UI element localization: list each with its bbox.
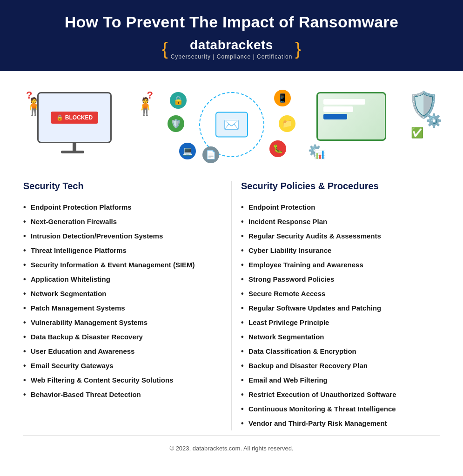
list-item: Secure Remote Access [241,286,440,301]
security-tech-title: Security Tech [23,181,222,192]
list-item: Data Classification & Encryption [241,344,440,358]
brand-tagline: Cybersecurity | Compliance | Certificati… [171,53,293,60]
header: How To Prevent The Impact of Ransomware … [0,0,463,71]
list-item: Cyber Liability Insurance [241,243,440,258]
gear1-icon: ⚙️ [426,113,442,128]
list-item: Patch Management Systems [23,301,222,315]
list-item: Email Security Gateways [23,358,222,373]
list-item: Regular Security Audits & Assessments [241,229,440,243]
security-tech-column: Security Tech Endpoint Protection Platfo… [23,181,231,430]
email-center-illustration: 🔒 📱 🛡️ 📁 💻 🐛 📄 ✉️ [165,85,298,164]
main-content: ? ? 🧍 🔒 BLOCKED 🧍 🔒 📱 🛡️ 📁 💻 🐛 📄 [0,71,463,470]
list-item: Least Privilege Principle [241,315,440,330]
brand-logo: { databrackets Cybersecurity | Complianc… [19,38,444,60]
list-item: Continuous Monitoring & Threat Intellige… [241,402,440,416]
security-tech-list: Endpoint Protection PlatformsNext-Genera… [23,200,222,402]
blocked-badge: 🔒 BLOCKED [51,112,98,124]
blocked-text: BLOCKED [65,114,93,121]
list-item: Vulnerability Management Systems [23,315,222,330]
footer: © 2023, databrackets.com. All rights res… [23,435,440,461]
list-item: Regular Software Updates and Patching [241,301,440,315]
brace-left-icon: { [162,39,168,59]
orbit-doc-icon: 📄 [202,146,219,163]
security-policies-list: Endpoint ProtectionIncident Response Pla… [241,200,440,430]
list-item: Intrusion Detection/Prevention Systems [23,229,222,243]
monitor2-illustration [316,92,386,141]
footer-text: © 2023, databrackets.com. All rights res… [169,445,293,452]
list-item: Next-Generation Firewalls [23,214,222,229]
list-item: Application Whitelisting [23,272,222,286]
orbit-folder-icon: 📁 [279,115,295,132]
list-item: Behavior-Based Threat Detection [23,387,222,402]
orbit-lock-icon: 🔒 [170,92,187,109]
list-item: Network Segmentation [23,286,222,301]
list-item: Vendor and Third-Party Risk Management [241,416,440,430]
list-item: Employee Training and Awareness [241,258,440,272]
list-item: Restrict Execution of Unauthorized Softw… [241,387,440,402]
lock-icon: 🔒 [56,114,63,121]
list-item: Backup and Disaster Recovery Plan [241,358,440,373]
brand-text: databrackets Cybersecurity | Compliance … [171,38,293,60]
orbit-phone-icon: 📱 [274,90,291,106]
list-item: Threat Intelligence Platforms [23,243,222,258]
email-center-icon: ✉️ [215,112,248,138]
monitor-stand [73,142,76,152]
monitor-base [61,151,84,153]
content-columns: Security Tech Endpoint Protection Platfo… [23,181,440,430]
list-item: Security Information & Event Management … [23,258,222,272]
security-policies-column: Security Policies & Procedures Endpoint … [231,181,440,430]
security-policies-title: Security Policies & Procedures [241,181,440,192]
list-item: User Education and Awareness [23,344,222,358]
list-item: Incident Response Plan [241,214,440,229]
chart-icon: 📊 [314,148,326,159]
list-item: Data Backup & Disaster Recovery [23,330,222,344]
list-item: Web Filtering & Content Security Solutio… [23,373,222,387]
illustrations-row: ? ? 🧍 🔒 BLOCKED 🧍 🔒 📱 🛡️ 📁 💻 🐛 📄 [23,85,440,164]
brace-right-icon: } [295,39,301,59]
monitor-illustration: 🔒 BLOCKED [37,92,112,143]
orbit-laptop-icon: 💻 [179,143,196,159]
page-title: How To Prevent The Impact of Ransomware [19,13,444,31]
orbit-bug-icon: 🐛 [269,140,286,157]
list-item: Endpoint Protection Platforms [23,200,222,214]
list-item: Strong Password Policies [241,272,440,286]
blocked-screen-illustration: ? ? 🧍 🔒 BLOCKED 🧍 [23,87,156,162]
brand-name: databrackets [171,38,293,53]
person-right-icon: 🧍 [135,97,156,116]
list-item: Endpoint Protection [241,200,440,214]
security-setup-illustration: 🛡️ ⚙️ ⚙️ ✅ 📊 [307,87,440,162]
list-item: Email and Web Filtering [241,373,440,387]
check-icon: ✅ [411,127,423,139]
list-item: Network Segmentation [241,330,440,344]
orbit-shield-icon: 🛡️ [168,115,184,132]
